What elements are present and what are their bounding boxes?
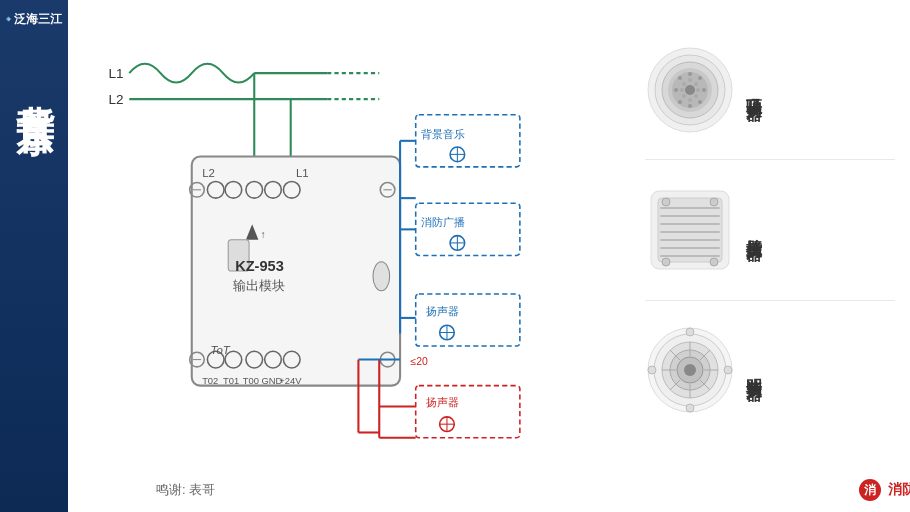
brand-text: 消防百事通 bbox=[888, 481, 910, 499]
wall-speaker-image bbox=[645, 185, 735, 275]
svg-point-96 bbox=[685, 85, 695, 95]
svg-text:KZ-953: KZ-953 bbox=[235, 258, 284, 274]
svg-text:L1: L1 bbox=[296, 167, 309, 179]
svg-point-84 bbox=[688, 104, 692, 108]
svg-text:消: 消 bbox=[864, 483, 876, 497]
brand-icon: 消 bbox=[858, 478, 882, 502]
footer: 鸣谢: 表哥 消 消防百事通 bbox=[136, 478, 910, 502]
svg-text:T00: T00 bbox=[243, 376, 259, 386]
svg-point-106 bbox=[662, 198, 670, 206]
svg-point-89 bbox=[694, 82, 698, 86]
svg-text:扬声器: 扬声器 bbox=[426, 305, 459, 317]
svg-point-90 bbox=[696, 88, 700, 92]
svg-point-88 bbox=[688, 78, 692, 82]
svg-point-80 bbox=[688, 72, 692, 76]
svg-point-27 bbox=[373, 262, 390, 291]
wall-speaker-panel: 壁挂扬声器 bbox=[645, 160, 895, 300]
sidebar: 泛 泛海三江 背景音乐 bbox=[0, 0, 68, 512]
wall-speaker-label: 壁挂扬声器 bbox=[745, 225, 764, 235]
svg-point-127 bbox=[724, 366, 732, 374]
svg-text:+24V: +24V bbox=[279, 376, 302, 386]
surface-speaker-label: 明装扬声器 bbox=[745, 365, 764, 375]
ceiling-speaker-label: 吸顶扬声器 bbox=[745, 85, 764, 95]
speaker-panels: 吸顶扬声器 bbox=[630, 0, 910, 460]
svg-point-107 bbox=[710, 198, 718, 206]
svg-text:消防广播: 消防广播 bbox=[421, 216, 465, 228]
surface-speaker-panel: 明装扬声器 bbox=[645, 301, 895, 440]
svg-text:L2: L2 bbox=[202, 167, 215, 179]
svg-rect-59 bbox=[416, 386, 520, 438]
svg-rect-43 bbox=[416, 115, 520, 167]
svg-text:L1: L1 bbox=[108, 66, 123, 81]
ceiling-speaker-image bbox=[645, 45, 735, 135]
svg-text:扬声器: 扬声器 bbox=[426, 396, 459, 408]
svg-point-85 bbox=[678, 100, 682, 104]
svg-text:T02: T02 bbox=[202, 376, 218, 386]
svg-text:背景音乐: 背景音乐 bbox=[421, 128, 465, 140]
svg-text:≤20: ≤20 bbox=[411, 356, 428, 367]
svg-point-83 bbox=[698, 100, 702, 104]
svg-point-94 bbox=[680, 88, 684, 92]
svg-point-87 bbox=[678, 76, 682, 80]
svg-point-123 bbox=[684, 364, 696, 376]
svg-text:T01: T01 bbox=[223, 376, 239, 386]
svg-text:ToT: ToT bbox=[211, 344, 231, 356]
logo-icon: 泛 bbox=[6, 10, 11, 28]
svg-point-125 bbox=[686, 404, 694, 412]
svg-point-82 bbox=[702, 88, 706, 92]
logo-text: 泛海三江 bbox=[14, 11, 62, 28]
main-content: L1 L2 L2 L1 ↑ KZ- bbox=[68, 0, 910, 512]
svg-point-91 bbox=[694, 94, 698, 98]
svg-point-86 bbox=[674, 88, 678, 92]
sidebar-title: 背景音乐 bbox=[13, 74, 55, 90]
svg-point-109 bbox=[710, 258, 718, 266]
svg-text:L2: L2 bbox=[108, 92, 123, 107]
svg-text:输出模块: 输出模块 bbox=[233, 279, 285, 293]
thanks-text: 鸣谢: 表哥 bbox=[156, 481, 215, 499]
brand-area: 消 消防百事通 bbox=[858, 478, 910, 502]
svg-text:↑: ↑ bbox=[261, 229, 266, 240]
svg-point-81 bbox=[698, 76, 702, 80]
svg-point-93 bbox=[682, 94, 686, 98]
svg-point-92 bbox=[688, 98, 692, 102]
ceiling-speaker-panel: 吸顶扬声器 bbox=[645, 20, 895, 160]
svg-point-126 bbox=[648, 366, 656, 374]
svg-rect-53 bbox=[416, 294, 520, 346]
svg-point-108 bbox=[662, 258, 670, 266]
svg-rect-48 bbox=[416, 203, 520, 255]
wiring-diagram: L1 L2 L2 L1 ↑ KZ- bbox=[98, 20, 598, 470]
svg-point-95 bbox=[682, 82, 686, 86]
logo-area: 泛 泛海三江 bbox=[0, 0, 68, 34]
surface-speaker-image bbox=[645, 325, 735, 415]
svg-point-124 bbox=[686, 328, 694, 336]
